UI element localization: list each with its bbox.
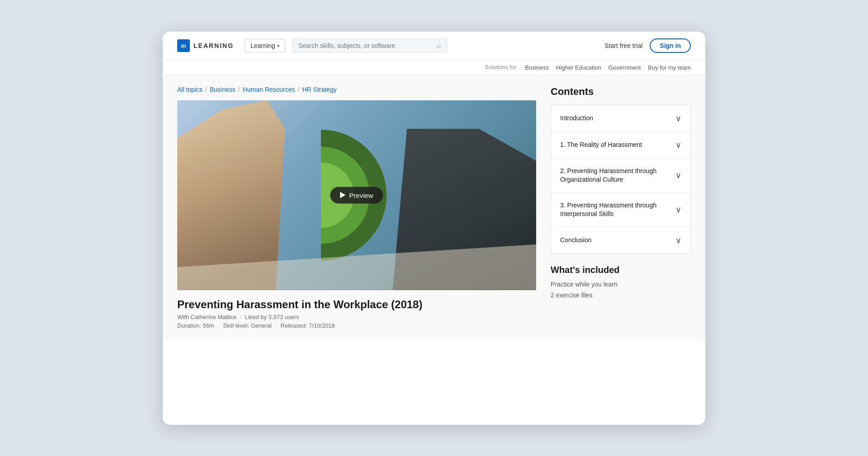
solutions-buy-team[interactable]: Buy for my team (648, 64, 691, 71)
right-column: Contents Introduction ∨ 1. The Reality o… (551, 86, 691, 329)
linkedin-icon: in (177, 39, 190, 52)
included-item-practice: Practice while you learn (551, 279, 691, 290)
preview-button[interactable]: Preview (330, 187, 383, 203)
chevron-down-icon: ∨ (675, 170, 681, 180)
solutions-business[interactable]: Business (525, 64, 549, 71)
breadcrumb-sep-2: / (238, 86, 240, 93)
start-trial-button[interactable]: Start free trial (604, 42, 642, 49)
content-item-interpersonal[interactable]: 3. Preventing Harassment through Interpe… (551, 193, 690, 227)
video-thumbnail[interactable]: Preview (177, 100, 536, 290)
navbar: in LEARNING Learning ▾ ⌕ Start free tria… (163, 32, 705, 61)
search-input[interactable] (298, 42, 433, 49)
main-content: All topics / Business / Human Resources … (163, 75, 705, 340)
whats-included-title: What's included (551, 265, 691, 275)
chevron-down-icon: ▾ (277, 43, 279, 48)
content-item-reality[interactable]: 1. The Reality of Harassment ∨ (551, 132, 690, 159)
search-icon: ⌕ (437, 42, 441, 50)
chevron-down-icon: ∨ (675, 140, 681, 150)
browser-window: in LEARNING Learning ▾ ⌕ Start free tria… (163, 32, 705, 425)
whats-included: What's included Practice while you learn… (551, 265, 691, 301)
solutions-higher-ed[interactable]: Higher Education (556, 64, 601, 71)
left-column: All topics / Business / Human Resources … (177, 86, 536, 329)
chevron-down-icon: ∨ (675, 113, 681, 123)
content-item-introduction[interactable]: Introduction ∨ (551, 105, 690, 132)
sign-in-button[interactable]: Sign in (650, 38, 691, 53)
chevron-down-icon: ∨ (675, 235, 681, 245)
logo-text: LEARNING (193, 42, 234, 49)
breadcrumb-all-topics[interactable]: All topics (177, 86, 203, 93)
course-details: Duration: 56m · Skill level: General · R… (177, 322, 536, 329)
breadcrumb-sep-3: / (298, 86, 300, 93)
solutions-government[interactable]: Government (609, 64, 641, 71)
solutions-label: Solutions for: (485, 64, 518, 71)
course-meta: With Catherine Mattice · Liked by 3,973 … (177, 314, 536, 320)
learning-dropdown[interactable]: Learning ▾ (245, 39, 285, 52)
breadcrumb-sep-1: / (205, 86, 207, 93)
contents-title: Contents (551, 86, 691, 98)
chevron-down-icon: ∨ (675, 205, 681, 215)
contents-panel: Introduction ∨ 1. The Reality of Harassm… (551, 105, 691, 254)
breadcrumb-hr-strategy[interactable]: HR Strategy (302, 86, 336, 93)
content-item-org-culture[interactable]: 2. Preventing Harassment through Organiz… (551, 159, 690, 193)
breadcrumb-business[interactable]: Business (210, 86, 236, 93)
logo-area: in LEARNING (177, 39, 234, 52)
course-title: Preventing Harassment in the Workplace (… (177, 298, 536, 311)
breadcrumb: All topics / Business / Human Resources … (177, 86, 536, 93)
play-icon (340, 192, 345, 198)
breadcrumb-human-resources[interactable]: Human Resources (243, 86, 295, 93)
preview-label: Preview (349, 191, 373, 199)
solutions-bar: Solutions for: Business Higher Education… (163, 61, 705, 75)
content-item-conclusion[interactable]: Conclusion ∨ (551, 227, 690, 254)
included-item-exercise-files: 2 exercise files (551, 290, 691, 301)
search-bar: ⌕ (292, 38, 447, 53)
